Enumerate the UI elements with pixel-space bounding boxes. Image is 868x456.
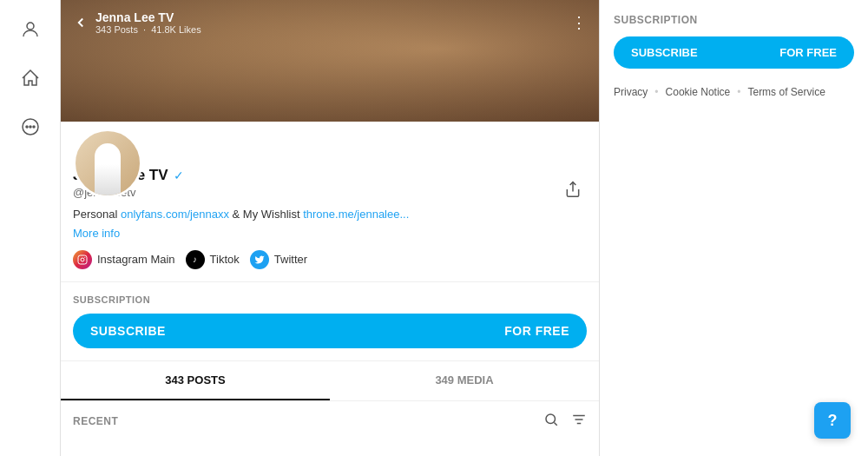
instagram-icon [73,250,92,269]
panel-subscription-label: SUBSCRIPTION [614,14,854,26]
header-stats: 343 Posts · 41.8K Likes [95,24,201,35]
header-profile-info: Jenna Lee TV 343 Posts · 41.8K Likes [95,10,201,35]
subscribe-button[interactable]: SUBSCRIBE FOR FREE [73,314,587,348]
panel-for-free-text: FOR FREE [779,46,837,59]
svg-point-0 [27,23,34,30]
svg-point-8 [84,256,85,257]
social-links: Instagram Main ♪ Tiktok Twitter [73,250,587,269]
recent-bar: RECENT [61,401,599,441]
cover-image: Jenna Lee TV 343 Posts · 41.8K Likes ⋮ [61,0,599,122]
profile-section: Jenna Lee TV ✓ @jennaleetv Personal only… [61,167,599,282]
svg-point-7 [81,258,84,261]
user-icon[interactable] [15,14,46,45]
throne-link[interactable]: throne.me/jennalee... [303,208,409,221]
svg-point-4 [33,126,35,128]
home-icon[interactable] [15,63,46,94]
subscribe-text: SUBSCRIBE [90,324,166,338]
sidebar [0,0,61,456]
svg-line-10 [554,422,556,425]
profile-header-bar: Jenna Lee TV 343 Posts · 41.8K Likes ⋮ [61,0,599,45]
right-panel: SUBSCRIPTION SUBSCRIBE FOR FREE Privacy … [599,0,868,456]
for-free-text: FOR FREE [504,324,569,338]
svg-point-9 [546,414,556,424]
cookie-notice-link[interactable]: Cookie Notice [666,86,731,98]
svg-rect-6 [78,255,87,264]
twitter-icon [250,250,269,269]
messages-icon[interactable] [15,111,46,142]
privacy-link[interactable]: Privacy [614,86,648,98]
main-content: Jenna Lee TV 343 Posts · 41.8K Likes ⋮ [61,0,599,456]
help-button[interactable]: ? [814,402,851,439]
panel-subscribe-button[interactable]: SUBSCRIBE FOR FREE [614,36,854,69]
share-button[interactable] [559,175,587,203]
twitter-link[interactable]: Twitter [250,250,307,269]
back-button[interactable]: Jenna Lee TV 343 Posts · 41.8K Likes [73,10,201,35]
verified-badge: ✓ [174,169,184,182]
terms-link[interactable]: Terms of Service [747,86,825,98]
subscription-section: SUBSCRIPTION SUBSCRIBE FOR FREE [61,282,599,361]
tiktok-icon: ♪ [186,250,205,269]
profile-bio: Personal onlyfans.com/jennaxx & My Wishl… [73,206,587,223]
filter-icon[interactable] [571,412,587,431]
instagram-link[interactable]: Instagram Main [73,250,175,269]
recent-label: RECENT [73,415,118,427]
tiktok-link[interactable]: ♪ Tiktok [186,250,240,269]
tab-media[interactable]: 349 MEDIA [330,361,599,400]
tabs-section: 343 POSTS 349 MEDIA [61,361,599,401]
profile-username: @jennaleetv [73,186,587,199]
svg-point-3 [30,126,31,128]
recent-icons [543,412,587,431]
avatar [73,129,142,198]
tab-posts[interactable]: 343 POSTS [61,361,330,400]
onlyfans-link[interactable]: onlyfans.com/jennaxx [121,208,229,221]
svg-point-2 [26,126,28,128]
more-options-button[interactable]: ⋮ [571,13,587,32]
profile-name-row: Jenna Lee TV ✓ [73,167,587,184]
panel-subscribe-text: SUBSCRIBE [631,46,698,59]
search-icon[interactable] [543,412,559,431]
header-name: Jenna Lee TV [95,10,201,24]
more-info-button[interactable]: More info [73,227,587,240]
subscription-section-label: SUBSCRIPTION [73,294,587,305]
panel-footer: Privacy • Cookie Notice • Terms of Servi… [614,86,854,98]
